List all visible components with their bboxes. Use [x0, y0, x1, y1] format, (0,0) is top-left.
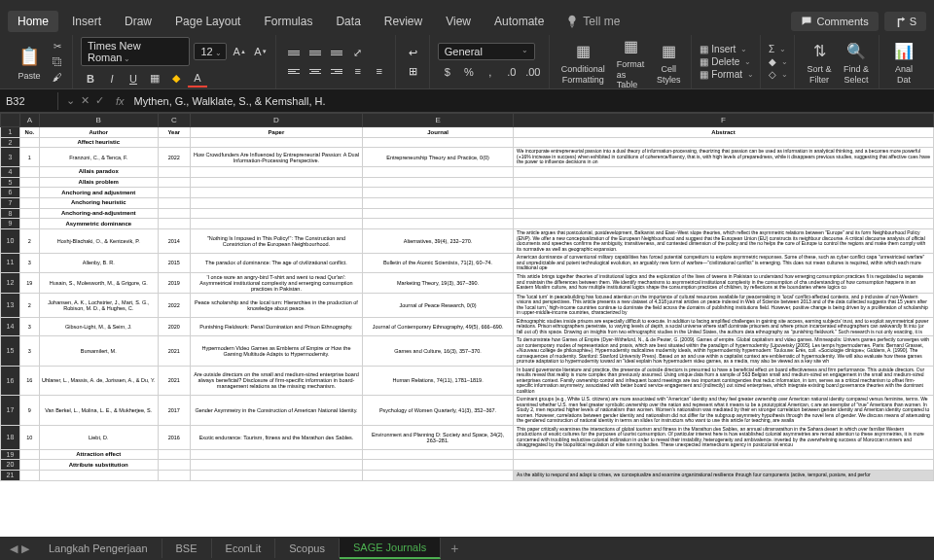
- row-header[interactable]: 13: [1, 293, 20, 317]
- spreadsheet-grid[interactable]: ABCDEF 1No.AuthorYearPaperJournalAbstrac…: [0, 113, 934, 481]
- find-select-button[interactable]: 🔍 Find &Select: [840, 40, 873, 85]
- format-as-table-button[interactable]: ▦ Formatas Table: [613, 35, 649, 89]
- row-header[interactable]: 6: [1, 188, 20, 198]
- increase-font-button[interactable]: A▲: [231, 43, 248, 60]
- align-right-button[interactable]: [327, 63, 346, 79]
- row-header[interactable]: 11: [1, 254, 20, 273]
- align-left-button[interactable]: [284, 63, 304, 79]
- sheet-tab-sage[interactable]: SAGE Journals: [340, 538, 441, 559]
- row-header[interactable]: 16: [1, 366, 20, 396]
- format-painter-button[interactable]: 🖌: [49, 71, 66, 85]
- row-header[interactable]: 21: [1, 471, 20, 481]
- row-header[interactable]: 10: [1, 229, 20, 254]
- col-header-b[interactable]: B: [39, 114, 158, 127]
- row-header[interactable]: 12: [1, 272, 20, 293]
- underline-button[interactable]: U: [124, 70, 143, 88]
- menu-data[interactable]: Data: [326, 11, 370, 32]
- fill-button[interactable]: ◆ ⌄: [769, 56, 788, 67]
- cancel-formula-icon[interactable]: ✕: [81, 94, 90, 107]
- sheet-tab-econlit[interactable]: EconLit: [212, 539, 276, 558]
- menu-draw[interactable]: Draw: [115, 11, 162, 32]
- formula-dropdown-icon[interactable]: ⌄: [66, 94, 75, 107]
- accept-formula-icon[interactable]: ✓: [95, 94, 104, 107]
- row-header[interactable]: 4: [1, 166, 20, 177]
- number-format-select[interactable]: General⌄: [438, 43, 535, 60]
- row-header[interactable]: 5: [1, 177, 20, 188]
- row-header[interactable]: 9: [1, 219, 20, 229]
- tell-me-search[interactable]: Tell me: [565, 15, 620, 28]
- increase-indent-button[interactable]: ≡: [370, 63, 389, 79]
- menu-formulas[interactable]: Formulas: [254, 11, 322, 32]
- align-middle-button[interactable]: [305, 45, 325, 60]
- percent-button[interactable]: %: [459, 63, 479, 81]
- autosum-button[interactable]: Σ ⌄: [769, 44, 788, 54]
- format-cells-button[interactable]: ▦ Format ⌄: [700, 69, 754, 80]
- sheet-tab-bse[interactable]: BSE: [162, 539, 212, 558]
- name-box[interactable]: B32: [0, 92, 58, 110]
- menu-automate[interactable]: Automate: [485, 11, 554, 32]
- analyze-data-button[interactable]: 📊 AnalDat: [887, 40, 920, 85]
- cut-button[interactable]: ✂: [49, 40, 66, 53]
- align-center-button[interactable]: [305, 63, 325, 79]
- conditional-formatting-button[interactable]: ▦ ConditionalFormatting: [557, 40, 609, 85]
- sheet-tab-scopus[interactable]: Scopus: [275, 539, 340, 558]
- clear-button[interactable]: ◇ ⌄: [769, 69, 788, 80]
- align-bottom-button[interactable]: [327, 45, 346, 60]
- font-name-select[interactable]: Times New Roman⌄: [81, 37, 190, 66]
- row-header[interactable]: 18: [1, 425, 20, 449]
- search-icon: 🔍: [844, 40, 869, 63]
- row-header[interactable]: 17: [1, 396, 20, 426]
- add-sheet-button[interactable]: +: [441, 537, 468, 560]
- border-button[interactable]: ▦: [145, 70, 164, 88]
- insert-cells-button[interactable]: ▦ Insert ⌄: [700, 44, 754, 54]
- sort-filter-button[interactable]: ⇅ Sort &Filter: [803, 40, 836, 85]
- row-header[interactable]: 20: [1, 460, 20, 471]
- paste-button[interactable]: 📋 Paste: [14, 42, 45, 83]
- decrease-indent-button[interactable]: ≡: [348, 63, 368, 79]
- row-header[interactable]: 7: [1, 197, 20, 208]
- menu-insert[interactable]: Insert: [62, 11, 111, 32]
- font-size-select[interactable]: 12⌄: [194, 43, 227, 60]
- comments-button[interactable]: Comments: [791, 12, 878, 31]
- sheet-tab-langkah[interactable]: Langkah Pengerjaan: [35, 539, 162, 558]
- merge-button[interactable]: ⊞: [404, 63, 423, 79]
- delete-cells-button[interactable]: ▦ Delete ⌄: [700, 56, 754, 67]
- col-header-a[interactable]: A: [19, 114, 39, 127]
- row-header[interactable]: 2: [1, 137, 20, 148]
- menu-review[interactable]: Review: [375, 11, 432, 32]
- analyze-icon: 📊: [891, 40, 916, 63]
- menu-view[interactable]: View: [436, 11, 481, 32]
- tab-nav-prev-icon[interactable]: ◀: [10, 542, 18, 555]
- cell-styles-button[interactable]: ▦ CellStyles: [652, 40, 685, 85]
- comma-button[interactable]: ,: [481, 63, 500, 81]
- bold-button[interactable]: B: [81, 70, 100, 88]
- font-color-button[interactable]: A: [188, 70, 207, 88]
- copy-button[interactable]: ⿻: [49, 55, 66, 69]
- share-button[interactable]: S: [884, 12, 926, 31]
- fill-color-button[interactable]: ◆: [166, 70, 186, 88]
- row-header[interactable]: 15: [1, 336, 20, 367]
- col-header-e[interactable]: E: [363, 114, 514, 127]
- italic-button[interactable]: I: [102, 70, 122, 88]
- increase-decimal-button[interactable]: .0: [502, 63, 521, 81]
- align-top-button[interactable]: [284, 45, 304, 60]
- row-header[interactable]: 3: [1, 148, 20, 167]
- share-icon: [894, 16, 906, 27]
- decrease-font-button[interactable]: A▼: [252, 43, 269, 60]
- col-header-d[interactable]: D: [190, 114, 362, 127]
- menu-page-layout[interactable]: Page Layout: [165, 11, 250, 32]
- row-header[interactable]: 19: [1, 449, 20, 460]
- menu-home[interactable]: Home: [8, 11, 58, 32]
- decrease-decimal-button[interactable]: .00: [523, 63, 543, 81]
- row-header[interactable]: 14: [1, 317, 20, 336]
- col-header-c[interactable]: C: [158, 114, 190, 127]
- currency-button[interactable]: $: [438, 63, 457, 81]
- wrap-text-button[interactable]: ↩: [404, 45, 423, 60]
- orientation-button[interactable]: ⤢: [348, 45, 368, 60]
- row-header[interactable]: 8: [1, 208, 20, 219]
- formula-input[interactable]: Mythen, G., Walklate, S., & Kemshall, H.: [128, 92, 934, 110]
- tab-nav-next-icon[interactable]: ▶: [21, 542, 29, 555]
- clipboard-icon: 📋: [18, 44, 41, 69]
- col-header-f[interactable]: F: [514, 114, 934, 127]
- row-header[interactable]: 1: [1, 127, 20, 138]
